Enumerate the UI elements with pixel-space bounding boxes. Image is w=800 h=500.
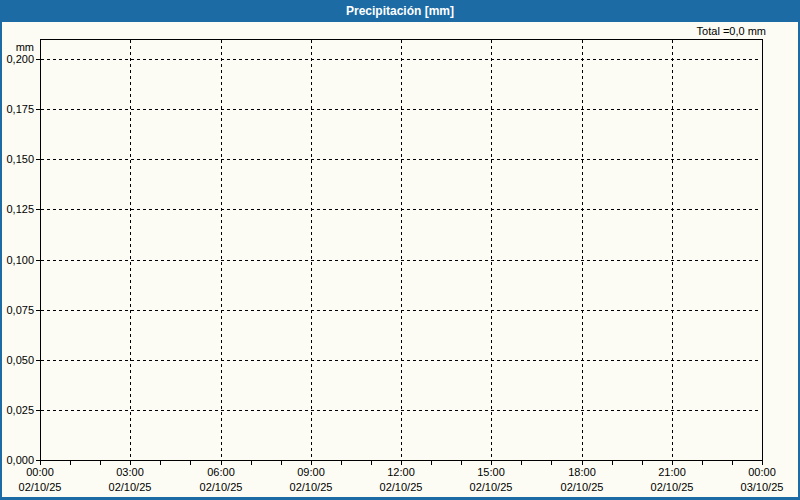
y-tick-label: 0,075 — [0, 303, 34, 317]
x-date-label: 02/10/25 — [637, 480, 707, 494]
x-time-label: 00:00 — [727, 465, 797, 479]
window-border-left — [0, 0, 2, 500]
y-axis-tick — [36, 109, 40, 110]
x-grid-line — [130, 40, 131, 459]
x-grid-line — [582, 40, 583, 459]
x-time-label: 03:00 — [95, 465, 165, 479]
x-date-label: 02/10/25 — [95, 480, 165, 494]
y-axis-tick — [36, 410, 40, 411]
x-grid-line — [672, 40, 673, 459]
y-axis-tick — [36, 360, 40, 361]
x-date-label: 02/10/25 — [366, 480, 436, 494]
chart-window: Precipitación [mm] Total =0,0 mm mm 0,20… — [0, 0, 800, 500]
y-tick-label: 0,125 — [0, 202, 34, 216]
x-time-label: 21:00 — [637, 465, 707, 479]
y-axis-tick — [36, 260, 40, 261]
y-axis-tick — [36, 310, 40, 311]
x-date-label: 02/10/25 — [456, 480, 526, 494]
y-tick-label: 0,050 — [0, 353, 34, 367]
x-grid-line — [401, 40, 402, 459]
y-tick-label: 0,150 — [0, 152, 34, 166]
x-time-label: 18:00 — [547, 465, 617, 479]
x-time-label: 15:00 — [456, 465, 526, 479]
x-grid-line — [311, 40, 312, 459]
x-time-label: 12:00 — [366, 465, 436, 479]
x-date-label: 02/10/25 — [276, 480, 346, 494]
x-time-label: 00:00 — [5, 465, 75, 479]
x-date-label: 02/10/25 — [186, 480, 256, 494]
x-date-label: 02/10/25 — [547, 480, 617, 494]
x-grid-line — [221, 40, 222, 459]
chart-title: Precipitación [mm] — [346, 4, 454, 18]
y-axis-tick — [36, 159, 40, 160]
y-axis-tick — [36, 209, 40, 210]
x-grid-line — [491, 40, 492, 459]
x-time-label: 06:00 — [186, 465, 256, 479]
y-tick-label: 0,175 — [0, 102, 34, 116]
x-date-label: 03/10/25 — [727, 480, 797, 494]
y-tick-label: 0,100 — [0, 253, 34, 267]
y-tick-label: 0,200 — [0, 52, 34, 66]
x-time-label: 09:00 — [276, 465, 346, 479]
y-tick-label: 0,025 — [0, 403, 34, 417]
x-date-label: 02/10/25 — [5, 480, 75, 494]
total-annotation: Total =0,0 mm — [697, 25, 766, 37]
chart-title-bar: Precipitación [mm] — [0, 0, 800, 22]
y-axis-tick — [36, 59, 40, 60]
